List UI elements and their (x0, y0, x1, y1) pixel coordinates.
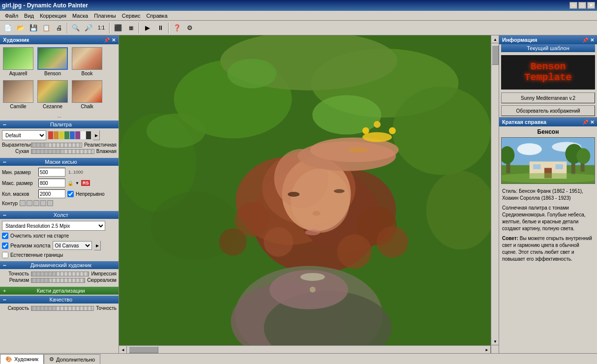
toolbar-play[interactable]: ▶ (142, 22, 153, 34)
menu-mask[interactable]: Маска (69, 12, 91, 20)
dry-slider[interactable] (31, 149, 94, 154)
tab-artist[interactable]: 🎨 Художник (0, 354, 44, 364)
toolbar-help[interactable]: ❓ (171, 22, 183, 34)
expressive-slider[interactable] (31, 143, 82, 148)
template-aquarell[interactable]: Aquarell (2, 46, 34, 77)
template-name-display: Benson Template (501, 55, 595, 90)
canvas-scrollbar-vertical[interactable]: ▲ ▼ (491, 35, 499, 353)
template-benson[interactable]: Benson (36, 46, 69, 77)
realism-arrow[interactable]: ▶ (94, 241, 101, 250)
contour-box-5[interactable] (47, 200, 53, 206)
palette-collapse[interactable]: – (3, 121, 6, 128)
menu-file[interactable]: Файл (2, 12, 21, 20)
toolbar-canvas-fill[interactable]: ▦ (125, 22, 137, 34)
dry-row: Сухая Влажная (2, 149, 117, 154)
max-size-row: Макс. размер 🔒 ▼ RS (2, 179, 117, 187)
canvas-scrollbar-horizontal[interactable]: ◄ ► (119, 345, 491, 353)
realism-checkbox[interactable] (2, 243, 8, 249)
image-browser-button[interactable]: Обозреватель изображений (501, 105, 595, 116)
precision-slider[interactable] (31, 272, 89, 276)
brush-collapse[interactable]: – (3, 158, 6, 165)
scroll-thumb-h[interactable] (129, 346, 158, 353)
template-camille[interactable]: Camille (2, 79, 34, 110)
min-size-input[interactable] (38, 168, 65, 177)
toolbar-open[interactable]: 📂 (15, 22, 27, 34)
toolbar-zoom1to1[interactable]: 1:1 (95, 22, 107, 34)
template-chalk[interactable]: Chalk (71, 79, 103, 110)
pin-icon[interactable]: 📌 (104, 37, 110, 43)
continuous-checkbox[interactable] (67, 191, 74, 197)
lock-icon[interactable]: 🔒 (67, 181, 73, 186)
sunny-med-button[interactable]: Sunny Mediterranean v.2 (501, 92, 595, 103)
palette-arrow[interactable]: ▶ (93, 130, 100, 140)
canvas-resolution-select[interactable]: Standard Resolution 2.5 Mpix (2, 221, 105, 231)
realism-select[interactable]: Oil Canvas (53, 241, 92, 250)
template-book[interactable]: Book (71, 46, 103, 77)
speed-slider[interactable] (31, 306, 94, 311)
menu-view[interactable]: Вид (21, 12, 37, 20)
contour-box-3[interactable] (33, 200, 39, 206)
toolbar-print[interactable]: 🖨 (53, 22, 65, 34)
template-name-line1: Benson (524, 61, 571, 72)
contour-box-4[interactable] (40, 200, 46, 206)
contour-box-1[interactable] (20, 200, 26, 206)
min-size-row: Мин. размер 1..1000 (2, 168, 117, 177)
toolbar-new[interactable]: 📄 (2, 22, 14, 34)
minimize-button[interactable]: ─ (569, 2, 577, 9)
svg-point-20 (377, 226, 408, 258)
canvas-collapse[interactable]: – (3, 212, 6, 218)
svg-rect-54 (533, 164, 540, 169)
arrow-down-icon[interactable]: ▼ (75, 181, 79, 185)
close-button[interactable]: ✕ (587, 2, 595, 9)
swatch-purple (75, 131, 80, 139)
scroll-down-arrow[interactable]: ▼ (491, 337, 499, 345)
close-panel-icon[interactable]: ✕ (112, 37, 116, 43)
menu-correction[interactable]: Коррекция (37, 12, 69, 20)
maximize-button[interactable]: □ (578, 2, 586, 9)
toolbar-save[interactable]: 💾 (28, 22, 39, 34)
contour-label: Контур (2, 201, 18, 206)
brush-section: Мин. размер 1..1000 Макс. размер 🔒 ▼ RS … (0, 166, 119, 210)
dynamic-collapse[interactable]: – (3, 262, 6, 269)
brief-header-icons: 📌 ✕ (582, 120, 594, 125)
natural-bounds-label: Естественные границы (10, 252, 63, 258)
toolbar-settings[interactable]: ⚙ (184, 22, 196, 34)
scroll-right-arrow[interactable]: ► (483, 346, 491, 353)
toolbar-pause[interactable]: ⏸ (154, 22, 166, 34)
mask-count-input[interactable] (38, 189, 65, 198)
toolbar-saveas[interactable]: 📋 (40, 22, 52, 34)
continuous-label: Непрерывно (76, 191, 104, 197)
scroll-left-arrow[interactable]: ◄ (119, 346, 127, 353)
menu-help[interactable]: Справка (143, 12, 170, 20)
expressive-label: Выразительная (2, 142, 29, 148)
menu-plugins[interactable]: Плагины (91, 12, 119, 20)
toolbar-zoomin[interactable]: 🔎 (83, 22, 94, 34)
main-canvas-image (119, 35, 499, 353)
toolbar-zoomout[interactable]: 🔍 (70, 22, 82, 34)
tab-additional[interactable]: ⚙ Дополнительно (44, 354, 100, 364)
close-brief-icon[interactable]: ✕ (590, 120, 594, 125)
palette-select[interactable]: Default (2, 130, 46, 140)
scroll-up-arrow[interactable]: ▲ (491, 35, 499, 43)
brief-panel: Краткая справка 📌 ✕ Бенсон (499, 117, 597, 353)
natural-bounds-checkbox[interactable] (2, 252, 8, 258)
svg-point-30 (348, 147, 368, 153)
rs-button[interactable]: RS (81, 180, 90, 186)
detail-plus[interactable]: + (3, 288, 6, 294)
min-size-label: Мин. размер (2, 170, 36, 175)
menu-service[interactable]: Сервис (119, 12, 144, 20)
template-cezanne[interactable]: Cezanne (36, 79, 69, 110)
contour-box-2[interactable] (27, 200, 32, 206)
pin2-icon[interactable]: 📌 (582, 37, 588, 43)
realism-slider[interactable] (31, 278, 85, 283)
close-info-icon[interactable]: ✕ (590, 37, 594, 43)
svg-point-38 (334, 189, 345, 193)
clear-canvas-checkbox[interactable] (2, 233, 8, 239)
dynamic-label: Динамический художник (30, 262, 91, 268)
scroll-thumb-v[interactable] (492, 45, 499, 65)
quality-collapse[interactable]: – (3, 296, 6, 303)
toolbar-canvas-view[interactable]: ⬛ (112, 22, 124, 34)
pin3-icon[interactable]: 📌 (582, 120, 588, 125)
max-size-input[interactable] (38, 179, 65, 187)
artist-tab-label: Художник (14, 356, 38, 362)
